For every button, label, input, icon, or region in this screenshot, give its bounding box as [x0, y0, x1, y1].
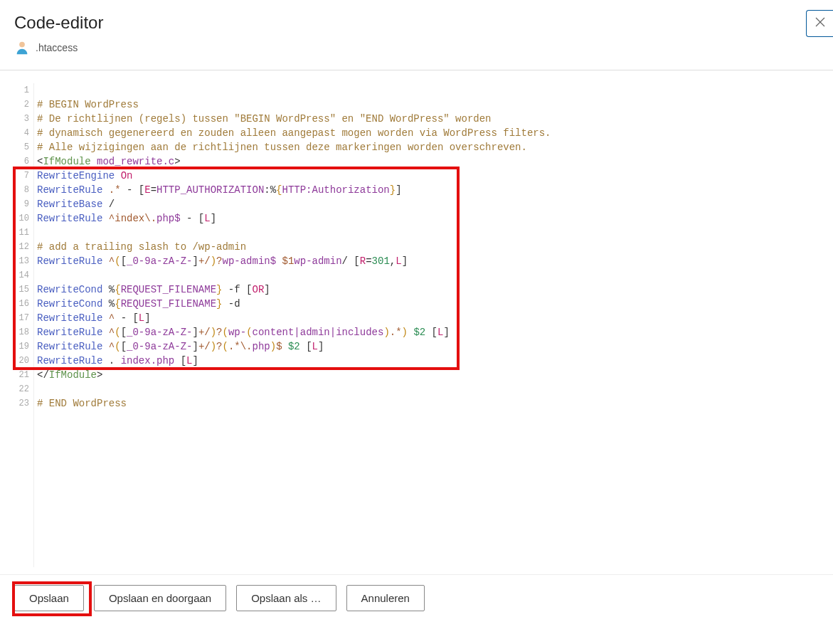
- code-line[interactable]: # END WordPress: [37, 396, 819, 411]
- svg-point-2: [19, 42, 25, 48]
- line-number: 11: [14, 226, 29, 240]
- line-number: 16: [14, 297, 29, 311]
- line-number: 21: [14, 368, 29, 382]
- code-line[interactable]: # De richtlijnen (regels) tussen "BEGIN …: [37, 112, 819, 126]
- close-icon: [815, 17, 825, 30]
- code-content[interactable]: # BEGIN WordPress# De richtlijnen (regel…: [34, 83, 819, 567]
- line-number: 2: [14, 97, 29, 112]
- line-number: 8: [14, 183, 29, 197]
- code-line[interactable]: RewriteRule ^ - [L]: [37, 311, 819, 325]
- line-number: 3: [14, 112, 29, 126]
- line-number: 20: [14, 354, 29, 368]
- line-number: 4: [14, 126, 29, 140]
- save-continue-button[interactable]: Opslaan en doorgaan: [94, 585, 226, 611]
- line-number: 14: [14, 268, 29, 283]
- filename-label: .htaccess: [36, 42, 78, 53]
- cancel-button[interactable]: Annuleren: [346, 585, 425, 611]
- code-line[interactable]: RewriteRule ^index\.php$ - [L]: [37, 211, 819, 226]
- code-line[interactable]: RewriteCond %{REQUEST_FILENAME} -f [OR]: [37, 283, 819, 297]
- code-line[interactable]: RewriteRule ^([_0-9a-zA-Z-]+/)?(.*\.php)…: [37, 339, 819, 354]
- code-line[interactable]: [37, 382, 819, 396]
- line-number: 10: [14, 211, 29, 226]
- code-line[interactable]: </IfModule>: [37, 368, 819, 382]
- line-number: 15: [14, 283, 29, 297]
- page-title: Code-editor: [14, 13, 819, 33]
- line-number: 18: [14, 325, 29, 339]
- line-number: 6: [14, 154, 29, 169]
- close-button[interactable]: [806, 10, 833, 37]
- code-line[interactable]: RewriteRule ^([_0-9a-zA-Z-]+/)?(wp-(cont…: [37, 325, 819, 339]
- line-number-gutter: 1234567891011121314151617181920212223: [14, 83, 34, 567]
- code-line[interactable]: [37, 226, 819, 240]
- code-editor[interactable]: 1234567891011121314151617181920212223 # …: [14, 83, 819, 567]
- save-as-button[interactable]: Opslaan als …: [236, 585, 336, 611]
- code-line[interactable]: # BEGIN WordPress: [37, 97, 819, 112]
- line-number: 7: [14, 169, 29, 183]
- code-line[interactable]: # dynamisch gegenereerd en zouden alleen…: [37, 126, 819, 140]
- code-line[interactable]: RewriteEngine On: [37, 169, 819, 183]
- code-line[interactable]: RewriteRule ^([_0-9a-zA-Z-]+/)?wp-admin$…: [37, 254, 819, 268]
- user-icon: [14, 40, 30, 56]
- line-number: 5: [14, 140, 29, 154]
- line-number: 12: [14, 240, 29, 254]
- line-number: 9: [14, 197, 29, 211]
- code-line[interactable]: [37, 83, 819, 97]
- save-button[interactable]: Opslaan: [14, 585, 84, 611]
- line-number: 1: [14, 83, 29, 97]
- code-line[interactable]: RewriteRule . index.php [L]: [37, 354, 819, 368]
- code-line[interactable]: RewriteBase /: [37, 197, 819, 211]
- line-number: 13: [14, 254, 29, 268]
- code-line[interactable]: # Alle wijzigingen aan de richtlijnen tu…: [37, 140, 819, 154]
- code-line[interactable]: <IfModule mod_rewrite.c>: [37, 154, 819, 169]
- code-line[interactable]: [37, 268, 819, 283]
- code-line[interactable]: RewriteCond %{REQUEST_FILENAME} -d: [37, 297, 819, 311]
- code-line[interactable]: # add a trailing slash to /wp-admin: [37, 240, 819, 254]
- code-line[interactable]: RewriteRule .* - [E=HTTP_AUTHORIZATION:%…: [37, 183, 819, 197]
- line-number: 17: [14, 311, 29, 325]
- line-number: 23: [14, 396, 29, 411]
- line-number: 22: [14, 382, 29, 396]
- line-number: 19: [14, 339, 29, 354]
